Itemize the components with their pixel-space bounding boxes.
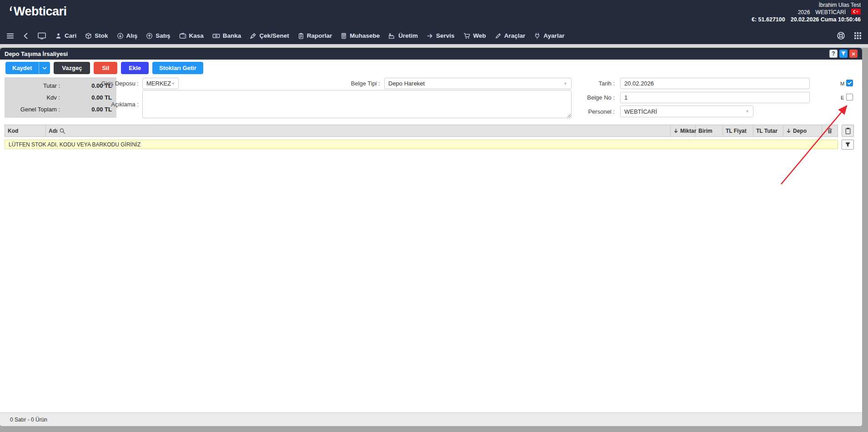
checkbox-e[interactable] xyxy=(846,94,853,100)
date-label: Tarih : xyxy=(560,80,615,87)
report-icon xyxy=(298,32,304,40)
date-input[interactable] xyxy=(620,78,810,89)
add-button[interactable]: Ekle xyxy=(121,62,149,74)
checkbox-m[interactable] xyxy=(846,80,853,86)
menu-bar: Cari Stok Alış Satış Kasa Banka Çek/Sene… xyxy=(0,27,868,44)
trash-icon xyxy=(827,127,833,134)
menu-item-uretim[interactable]: Üretim xyxy=(388,32,418,40)
total-amount-label: Tutar : xyxy=(5,82,60,89)
support-icon[interactable] xyxy=(837,31,845,40)
column-header-kod[interactable]: Kod xyxy=(5,125,46,136)
screen-icon[interactable] xyxy=(37,32,46,40)
apps-grid-icon[interactable] xyxy=(854,32,862,40)
sort-down-icon xyxy=(786,128,791,134)
personnel-select[interactable]: WEBTİCARİ ▼ xyxy=(620,105,753,117)
menu-item-stok[interactable]: Stok xyxy=(85,32,108,40)
fetch-stocks-button[interactable]: Stokları Getir xyxy=(152,62,203,74)
back-icon[interactable] xyxy=(23,32,29,40)
logo-text: Webticari xyxy=(14,5,67,19)
search-icon[interactable] xyxy=(59,128,65,134)
menu-item-muhasebe[interactable]: Muhasebe xyxy=(341,32,380,40)
panel-titlebar: Depo Taşıma İrsaliyesi ? × xyxy=(0,48,862,60)
app-logo[interactable]: Webticari xyxy=(9,5,67,19)
menu-item-label: Çek/Senet xyxy=(259,32,289,39)
menu-item-satis[interactable]: Satış xyxy=(146,32,170,40)
grid-filter-button[interactable] xyxy=(842,140,854,150)
header-gap-strip xyxy=(0,44,868,48)
filter-button[interactable] xyxy=(839,50,848,58)
document-type-label: Belge Tipi : xyxy=(326,80,380,87)
menu-item-label: Satış xyxy=(156,32,170,39)
close-icon[interactable]: × xyxy=(849,50,858,58)
toolbar: Kaydet Vazgeç Sil Ekle Stokları Getir xyxy=(5,62,203,74)
personnel-label: Personel : xyxy=(560,108,615,115)
entry-warehouse-select[interactable]: MERKEZ ▼ xyxy=(142,78,179,89)
menu-item-cek-senet[interactable]: Çek/Senet xyxy=(250,32,289,40)
save-button-group: Kaydet xyxy=(5,62,50,74)
checkbox-e-label: E xyxy=(841,95,844,100)
menu-item-label: Muhasebe xyxy=(350,32,380,39)
factory-icon xyxy=(388,32,396,40)
save-button[interactable]: Kaydet xyxy=(5,62,39,74)
column-header-adi[interactable]: Adı xyxy=(46,125,671,136)
page-title: Depo Taşıma İrsaliyesi xyxy=(5,50,68,57)
menu-item-raporlar[interactable]: Raporlar xyxy=(298,32,332,40)
row-count-status: 0 Satır - 0 Ürün xyxy=(10,417,47,423)
delete-button[interactable]: Sil xyxy=(94,62,117,74)
plug-icon xyxy=(534,32,541,40)
wallet-icon xyxy=(179,32,186,40)
column-header-tl-tutar[interactable]: TL Tutar xyxy=(753,125,783,136)
document-no-input[interactable] xyxy=(620,92,810,103)
document-type-select[interactable]: Depo Hareket ▼ xyxy=(384,78,572,89)
menu-item-web[interactable]: Web xyxy=(463,32,486,40)
menu-item-label: Araçlar xyxy=(504,32,526,39)
clipboard-button[interactable] xyxy=(842,125,854,137)
logo-mark-icon xyxy=(9,5,13,14)
menu-item-banka[interactable]: Banka xyxy=(212,32,241,40)
chevron-down-icon xyxy=(41,65,48,71)
description-textarea[interactable] xyxy=(142,90,572,118)
person-icon xyxy=(55,32,62,40)
menu-item-label: Alış xyxy=(126,32,138,39)
column-header-birim[interactable]: Birim xyxy=(696,125,723,136)
grand-total-label: Genel Toplam : xyxy=(5,106,60,113)
column-header-miktar[interactable]: Miktar xyxy=(671,125,696,136)
menu-item-label: Raporlar xyxy=(307,32,332,39)
menu-item-kasa[interactable]: Kasa xyxy=(179,32,204,40)
document-no-label: Belge No : xyxy=(560,94,615,101)
column-header-depo[interactable]: Depo xyxy=(783,125,822,136)
datetime: 20.02.2026 Cuma 10:50:46 xyxy=(791,16,861,23)
app-header: Webticari İbrahim Ulas Test 2026 WEBTİCA… xyxy=(0,0,868,44)
menu-item-alis[interactable]: Alış xyxy=(117,32,138,40)
menu-item-araclar[interactable]: Araçlar xyxy=(495,32,526,40)
fiscal-year: 2026 xyxy=(798,9,810,16)
banknote-icon xyxy=(212,32,220,40)
stock-entry-notice-row[interactable]: LÜTFEN STOK ADI, KODU VEYA BARKODU GİRİN… xyxy=(5,140,838,149)
vat-value: 0.00 TL xyxy=(60,94,116,101)
document-panel: Depo Taşıma İrsaliyesi ? × Kaydet Vazgeç… xyxy=(0,48,862,426)
company-name: WEBTİCARİ xyxy=(815,9,846,16)
chevron-down-icon: ▼ xyxy=(745,109,749,114)
status-bar: 0 Satır - 0 Ürün xyxy=(0,412,862,426)
entry-warehouse-label: Giriş Deposu : xyxy=(82,80,139,87)
cancel-button[interactable]: Vazgeç xyxy=(54,62,90,74)
delete-column-header[interactable] xyxy=(822,125,838,136)
funnel-icon xyxy=(845,142,851,148)
menu-item-label: Kasa xyxy=(189,32,204,39)
column-header-tl-fiyat[interactable]: TL Fiyat xyxy=(723,125,753,136)
menu-item-label: Stok xyxy=(95,32,108,39)
help-button[interactable]: ? xyxy=(829,50,838,58)
menu-item-servis[interactable]: Servis xyxy=(426,32,455,40)
hamburger-menu-icon[interactable] xyxy=(6,32,14,40)
menu-item-ayarlar[interactable]: Ayarlar xyxy=(534,32,564,40)
entry-warehouse-value: MERKEZ xyxy=(146,80,171,87)
save-dropdown-button[interactable] xyxy=(39,62,50,74)
clipboard-icon xyxy=(845,127,851,135)
pen-nib-icon xyxy=(250,32,256,40)
titlebar-buttons: ? × xyxy=(829,50,858,58)
description-label: Açıklama : xyxy=(82,101,139,108)
arrow-up-circle-icon xyxy=(146,32,153,40)
menu-item-cari[interactable]: Cari xyxy=(55,32,76,40)
cart-icon xyxy=(463,32,471,40)
notice-text: LÜTFEN STOK ADI, KODU VEYA BARKODU GİRİN… xyxy=(9,141,140,148)
